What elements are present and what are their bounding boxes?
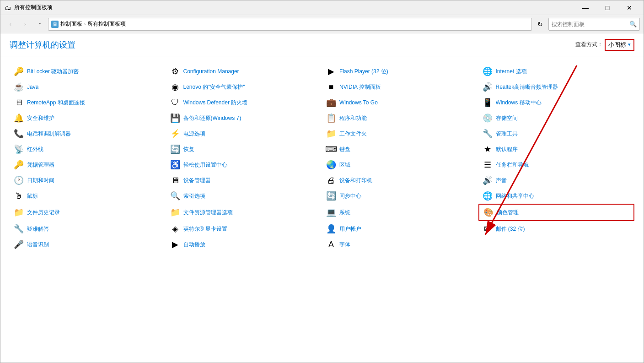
item-icon-winmobility: 📱 xyxy=(482,97,493,108)
item-java[interactable]: ☕Java xyxy=(10,79,166,95)
item-remoteapp[interactable]: 🖥RemoteApp 和桌面连接 xyxy=(10,95,166,110)
item-label-winmobility: Windows 移动中心 xyxy=(496,99,542,107)
item-defaults[interactable]: ★默认程序 xyxy=(478,141,635,157)
item-mail[interactable]: ✉邮件 (32 位) xyxy=(478,221,635,237)
item-label-fileopts: 文件资源管理器选项 xyxy=(183,209,233,217)
item-label-keyboard: 键盘 xyxy=(339,146,350,153)
item-speech[interactable]: 🎤语音识别 xyxy=(10,237,166,252)
item-label-mouse: 鼠标 xyxy=(27,192,38,200)
item-config-manager[interactable]: ⚙Configuration Manager xyxy=(166,64,322,79)
item-user[interactable]: 👤用户帐户 xyxy=(322,221,478,237)
item-label-infrared: 红外线 xyxy=(27,146,43,153)
item-infrared[interactable]: 📡红外线 xyxy=(10,141,166,157)
item-icon-speech: 🎤 xyxy=(13,239,24,250)
item-label-backup: 备份和还原(Windows 7) xyxy=(183,114,242,122)
item-fonts[interactable]: A字体 xyxy=(322,237,478,252)
item-fileopts[interactable]: 📁文件资源管理器选项 xyxy=(166,204,322,221)
item-storage[interactable]: 💿存储空间 xyxy=(478,110,635,126)
item-phone[interactable]: 📞电话和调制解调器 xyxy=(10,126,166,141)
item-winmobility[interactable]: 📱Windows 移动中心 xyxy=(478,95,635,110)
item-label-config-manager: Configuration Manager xyxy=(183,68,239,75)
item-sound[interactable]: 🔊声音 xyxy=(478,173,635,188)
view-value: 小图标 xyxy=(608,41,626,49)
item-icon-phone: 📞 xyxy=(13,128,24,139)
item-bitlocker[interactable]: 🔑BitLocker 驱动器加密 xyxy=(10,64,166,79)
item-datetime[interactable]: 🕐日期和时间 xyxy=(10,173,166,188)
item-sync[interactable]: 🔄同步中心 xyxy=(322,188,478,204)
address-current: 所有控制面板项 xyxy=(87,20,126,28)
item-label-filehistory: 文件历史记录 xyxy=(27,209,60,217)
item-taskbar[interactable]: ☰任务栏和导航 xyxy=(478,157,635,173)
item-label-storage: 存储空间 xyxy=(496,114,518,122)
item-system[interactable]: 💻系统 xyxy=(322,204,478,221)
item-label-credential: 凭据管理器 xyxy=(27,161,54,169)
item-devices[interactable]: 🖨设备和打印机 xyxy=(322,173,478,188)
item-intel[interactable]: ◈英特尔® 显卡设置 xyxy=(166,221,322,237)
item-color[interactable]: 🎨颜色管理 xyxy=(478,204,635,221)
item-credential[interactable]: 🔑凭据管理器 xyxy=(10,157,166,173)
item-label-realtek: Realtek高清晰音频管理器 xyxy=(496,83,558,91)
item-label-phone: 电话和调制解调器 xyxy=(27,130,71,138)
up-button[interactable]: ↑ xyxy=(33,18,46,31)
item-label-remoteapp: RemoteApp 和桌面连接 xyxy=(27,99,85,107)
minimize-button[interactable]: — xyxy=(575,0,596,15)
item-icon-keyboard: ⌨ xyxy=(326,144,337,155)
item-devicemgr[interactable]: 🖥设备管理器 xyxy=(166,173,322,188)
item-power[interactable]: ⚡电源选项 xyxy=(166,126,322,141)
item-security[interactable]: 🔔安全和维护 xyxy=(10,110,166,126)
item-label-datetime: 日期和时间 xyxy=(27,177,54,184)
maximize-button[interactable]: □ xyxy=(597,0,618,15)
address-bar[interactable]: 🖥 控制面板 › 所有控制面板项 xyxy=(48,18,532,31)
item-icon-devicemgr: 🖥 xyxy=(170,175,181,186)
nav-bar: ‹ › ↑ 🖥 控制面板 › 所有控制面板项 ↻ 🔍 xyxy=(0,15,644,33)
item-label-power: 电源选项 xyxy=(183,130,205,138)
item-ease[interactable]: ♿轻松使用设置中心 xyxy=(166,157,322,173)
search-box[interactable]: 🔍 xyxy=(548,18,640,31)
forward-button[interactable]: › xyxy=(19,18,32,31)
item-backup[interactable]: 💾备份和还原(Windows 7) xyxy=(166,110,322,126)
item-realtek[interactable]: 🔊Realtek高清晰音频管理器 xyxy=(478,79,635,95)
item-workfolders[interactable]: 📁工作文件夹 xyxy=(322,126,478,141)
item-lenovo[interactable]: ◉Lenovo 的"安全气囊保护" xyxy=(166,79,322,95)
item-autoplay[interactable]: ▶自动播放 xyxy=(166,237,322,252)
search-input[interactable] xyxy=(552,21,628,27)
item-icon-region: 🌏 xyxy=(326,159,337,170)
item-icon-config-manager: ⚙ xyxy=(170,66,181,77)
item-windowstogo[interactable]: 💼Windows To Go xyxy=(322,95,478,110)
item-icon-programs: 📋 xyxy=(326,113,337,124)
item-label-nvidia: NVIDIA 控制面板 xyxy=(339,83,381,91)
item-flash[interactable]: ▶Flash Player (32 位) xyxy=(322,64,478,79)
item-network[interactable]: 🌐网络和共享中心 xyxy=(478,188,635,204)
page-title: 调整计算机的设置 xyxy=(10,39,75,50)
search-icon[interactable]: 🔍 xyxy=(629,21,637,27)
item-icon-network: 🌐 xyxy=(482,190,493,201)
item-icon-autoplay: ▶ xyxy=(170,239,181,250)
close-button[interactable]: ✕ xyxy=(619,0,640,15)
item-troubleshoot[interactable]: 🔧疑难解答 xyxy=(10,221,166,237)
item-index[interactable]: 🔍索引选项 xyxy=(166,188,322,204)
address-icon: 🖥 xyxy=(51,21,59,28)
item-label-recovery: 恢复 xyxy=(183,146,194,153)
item-defender[interactable]: 🛡Windows Defender 防火墙 xyxy=(166,95,322,110)
item-recovery[interactable]: 🔄恢复 xyxy=(166,141,322,157)
item-label-troubleshoot: 疑难解答 xyxy=(27,225,49,233)
item-keyboard[interactable]: ⌨键盘 xyxy=(322,141,478,157)
address-segment: 控制面板 xyxy=(60,20,82,28)
item-icon-intel: ◈ xyxy=(170,223,181,234)
item-mouse[interactable]: 🖱鼠标 xyxy=(10,188,166,204)
view-mode-dropdown[interactable]: 小图标 ▾ xyxy=(605,39,634,51)
item-region[interactable]: 🌏区域 xyxy=(322,157,478,173)
item-label-speech: 语音识别 xyxy=(27,241,49,249)
item-internet[interactable]: 🌐Internet 选项 xyxy=(478,64,635,79)
item-icon-taskbar: ☰ xyxy=(482,159,493,170)
item-filehistory[interactable]: 📁文件历史记录 xyxy=(10,204,166,221)
item-label-security: 安全和维护 xyxy=(27,114,54,122)
item-admintools[interactable]: 🔧管理工具 xyxy=(478,126,635,141)
refresh-button[interactable]: ↻ xyxy=(534,18,547,31)
item-nvidia[interactable]: ■NVIDIA 控制面板 xyxy=(322,79,478,95)
item-label-devicemgr: 设备管理器 xyxy=(183,177,211,184)
item-icon-index: 🔍 xyxy=(170,190,181,201)
back-button[interactable]: ‹ xyxy=(4,18,17,31)
item-icon-power: ⚡ xyxy=(170,128,181,139)
item-programs[interactable]: 📋程序和功能 xyxy=(322,110,478,126)
